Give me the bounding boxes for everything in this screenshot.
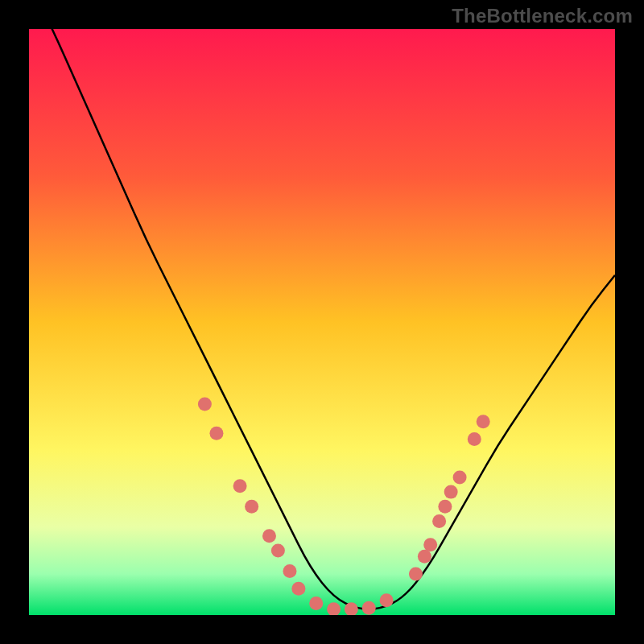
curve-marker [444,485,458,499]
curve-marker [418,550,431,564]
watermark-text: TheBottleneck.com [452,5,633,27]
curve-marker [271,543,285,557]
curve-marker [233,479,247,493]
chart-plot-area [29,29,615,615]
curve-marker [432,514,446,528]
curve-marker [362,601,376,615]
curve-marker [453,470,467,484]
outer-frame: TheBottleneck.com [0,0,644,644]
curve-marker [283,564,296,578]
curve-marker [409,568,423,581]
curve-marker [209,427,223,440]
curve-marker [423,538,437,551]
curve-marker [262,529,276,543]
curve-marker [309,597,323,610]
curve-marker [380,593,394,607]
curve-marker [198,397,212,411]
chart-svg [29,29,615,615]
curve-marker [468,432,481,446]
curve-marker [245,500,258,514]
curve-marker [477,415,490,428]
curve-marker [291,582,305,596]
curve-marker [438,500,452,514]
chart-background [29,29,615,615]
